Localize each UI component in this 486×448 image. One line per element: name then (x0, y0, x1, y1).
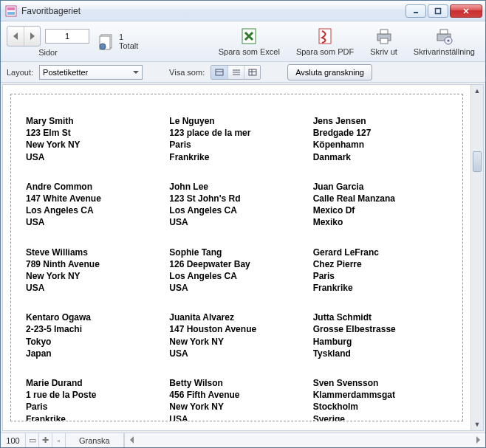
vertical-scrollbar[interactable]: ▲ ▼ (470, 85, 483, 430)
address-label: Steve Williams789 Ninth AvenueNew York N… (26, 247, 160, 294)
minimize-button[interactable] (405, 4, 426, 18)
scroll-thumb[interactable] (473, 151, 482, 172)
view-mode-list[interactable] (227, 66, 244, 79)
address-label: Gerard LeFrancChez PierreParisFrankrike (313, 247, 448, 294)
address-label: John Lee123 St John's RdLos Angeles CAUS… (169, 181, 304, 229)
printer-settings-icon (434, 27, 454, 46)
prev-page-button[interactable] (7, 27, 24, 46)
svg-rect-16 (380, 38, 388, 44)
svg-point-20 (448, 39, 450, 41)
window-title: Favoritbageriet (21, 6, 405, 16)
svg-marker-7 (13, 32, 18, 40)
pages-label: Sidor (38, 48, 58, 57)
status-bar: 100 ▭ ✚ ▫ Granska (1, 433, 485, 447)
layout-select[interactable]: Postetiketter (39, 65, 143, 80)
view-as-label: Visa som: (169, 68, 205, 77)
page-number-input[interactable] (45, 29, 89, 44)
address-label: Juanita Alvarez147 Houston AvenueNew Yor… (169, 311, 304, 359)
scroll-down-button[interactable]: ▼ (471, 418, 483, 430)
svg-rect-1 (7, 7, 15, 10)
address-label: Juan GarciaCalle Real ManzanaMexico DfMe… (313, 181, 448, 229)
address-label: Sven SvenssonKlammerdammsgatStockholmSve… (313, 377, 448, 421)
zoom-page-icon[interactable]: ▫ (52, 433, 66, 447)
total-label: Totalt (119, 41, 138, 50)
svg-rect-18 (440, 30, 448, 34)
zoom-fit-icon[interactable]: ✚ (39, 433, 52, 447)
pdf-icon (315, 27, 335, 46)
svg-rect-2 (7, 12, 15, 15)
address-label: Andre Common147 White AvenueLos Angeles … (26, 181, 160, 229)
preview-page: Mary Smith123 Elm StNew York NYUSALe Ngu… (10, 94, 463, 421)
view-mode-buttons (211, 65, 261, 80)
address-label: Jutta SchmidtGrosse ElbestrasseHamburgTy… (313, 311, 448, 359)
zoom-out-icon[interactable]: ▭ (26, 433, 39, 447)
total-count: 1 (119, 32, 138, 41)
main-toolbar: Sidor 1 Totalt Spara som Excel Spara som… (1, 21, 485, 62)
page-nav-group (7, 26, 41, 46)
close-button[interactable] (450, 4, 482, 18)
form-view-icon (215, 69, 224, 76)
svg-rect-21 (216, 69, 223, 75)
maximize-button[interactable] (428, 4, 448, 18)
save-as-excel-button[interactable]: Spara som Excel (214, 25, 284, 58)
printer-settings-button[interactable]: Skrivarinställning (409, 25, 479, 58)
address-label: Kentaro Ogawa2-23-5 ImachiTokyoJapan (26, 311, 160, 359)
svg-rect-26 (249, 69, 256, 75)
view-mode-table[interactable] (244, 66, 260, 79)
excel-icon (239, 27, 259, 46)
svg-point-11 (100, 44, 106, 49)
table-view-icon (248, 69, 257, 76)
printer-icon (374, 27, 394, 46)
pages-stack-icon (97, 32, 116, 51)
view-mode-form[interactable] (211, 66, 227, 79)
app-icon (5, 5, 17, 17)
svg-rect-4 (436, 8, 441, 13)
list-view-icon (232, 69, 241, 76)
horizontal-scrollbar[interactable] (124, 433, 485, 447)
preview-area: Mary Smith123 Elm StNew York NYUSALe Ngu… (2, 84, 484, 431)
svg-rect-15 (380, 30, 388, 34)
address-label: Marie Durand1 rue de la PosteParisFrankr… (26, 377, 160, 421)
address-label: Jens JensenBredgade 127KöpenhamnDanmark (313, 115, 448, 163)
layout-label: Layout: (7, 68, 33, 77)
secondary-toolbar: Layout: Postetiketter Visa som: Avsluta … (1, 62, 485, 83)
titlebar: Favoritbageriet (1, 1, 485, 21)
svg-marker-8 (30, 32, 35, 40)
print-button[interactable]: Skriv ut (366, 25, 402, 58)
address-label: Le Nguyen123 place de la merParisFrankri… (169, 115, 304, 163)
address-label: Betty Wilson456 Fifth AvenueNew York NYU… (169, 377, 304, 421)
address-label: Mary Smith123 Elm StNew York NYUSA (26, 115, 160, 163)
status-tab[interactable]: Granska (66, 433, 124, 447)
zoom-level[interactable]: 100 (1, 433, 26, 447)
next-page-button[interactable] (24, 27, 40, 46)
save-as-pdf-button[interactable]: Spara som PDF (292, 25, 358, 58)
exit-preview-button[interactable]: Avsluta granskning (287, 64, 372, 80)
total-pages-group: 1 Totalt (97, 32, 138, 51)
address-label: Sophie Tang126 Deepwater BayLos Angeles … (169, 247, 304, 294)
scroll-up-button[interactable]: ▲ (471, 85, 483, 97)
